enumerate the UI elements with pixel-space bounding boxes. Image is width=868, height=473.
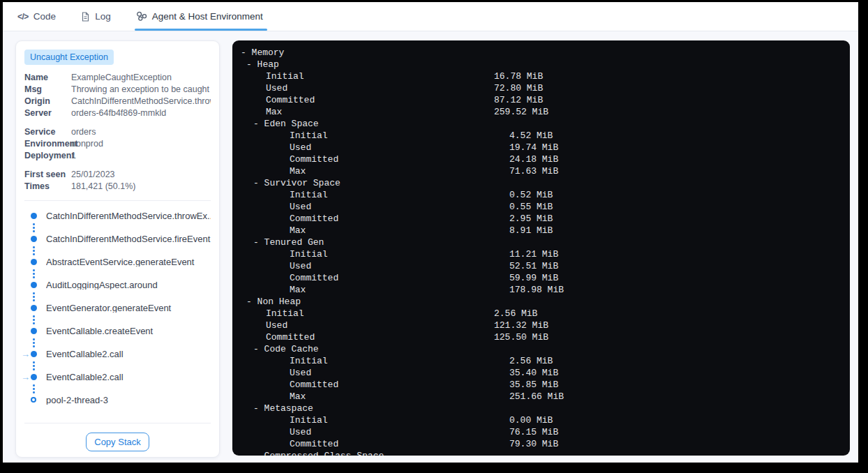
memory-row-value: 11.21 MiB [509, 248, 558, 260]
tab-bar: </>CodeLogAgent & Host Environment [3, 2, 858, 31]
stack-item[interactable]: →EventCallable2.call [29, 350, 211, 373]
tab-log[interactable]: Log [81, 2, 111, 31]
detail-value: 181,421 (50.1%) [71, 181, 211, 191]
stack-frame-label: CatchInDifferentMethodService.throwEx... [46, 211, 211, 220]
memory-row-label: Committed [290, 154, 338, 165]
exception-type-badge: Uncaught Exception [24, 50, 114, 65]
memory-row-label: Committed [290, 213, 338, 224]
memory-metric-row: Initial0.52 MiB [241, 189, 840, 201]
stack-connector [33, 315, 35, 324]
stack-item[interactable]: pool-2-thread-3 [29, 396, 211, 419]
memory-row-label: Initial [290, 130, 328, 141]
stack-item[interactable]: AuditLoggingAspect.around [29, 280, 211, 303]
memory-row-value: 8.91 MiB [509, 225, 553, 236]
detail-label: Times [24, 181, 71, 191]
stack-connector [33, 292, 35, 301]
exception-details: NameExampleCaughtExceptionMsgThrowing an… [24, 73, 211, 191]
stack-frame-label: AuditLoggingAspect.around [46, 280, 211, 290]
memory-row-label: Initial [290, 415, 328, 426]
stack-connector [33, 269, 35, 278]
stack-frame-label: EventCallable2.call [46, 350, 211, 359]
memory-row-label: Committed [290, 273, 338, 283]
memory-row-value: 125.50 MiB [494, 331, 548, 343]
memory-metric-row: Initial11.21 MiB [241, 248, 840, 260]
stack-item[interactable]: →EventCallable2.call [29, 373, 211, 396]
stack-item[interactable]: CatchInDifferentMethodService.throwEx... [29, 211, 211, 234]
memory-row-value: 76.15 MiB [509, 426, 558, 438]
memory-row-value: 121.32 MiB [494, 320, 548, 331]
memory-row-label: Max [290, 225, 306, 236]
memory-row-label: Max [290, 391, 306, 402]
stack-connector [33, 338, 35, 347]
memory-metric-row: Used52.51 MiB [241, 260, 840, 272]
memory-row-value: 35.85 MiB [509, 379, 558, 391]
memory-metric-row: Used121.32 MiB [241, 320, 840, 331]
memory-metric-row: Max251.66 MiB [241, 391, 840, 403]
memory-metric-row: Initial2.56 MiB [241, 308, 840, 320]
stack-frame-label: AbstractEventService.generateEvent [46, 257, 211, 266]
memory-row-label: - Compressed Class Space [253, 451, 384, 456]
stack-item[interactable]: EventGenerator.generateEvent [29, 303, 211, 326]
memory-group-row[interactable]: - Heap [241, 59, 840, 70]
memory-row-label: Used [290, 261, 311, 271]
memory-row-label: Used [290, 427, 311, 437]
memory-metric-row: Max8.91 MiB [241, 225, 840, 236]
memory-group-row[interactable]: - Tenured Gen [241, 236, 840, 248]
main-content: Uncaught Exception NameExampleCaughtExce… [3, 31, 858, 458]
memory-metric-row: Committed24.18 MiB [241, 153, 840, 165]
memory-group-row[interactable]: - Metaspace [241, 403, 840, 414]
memory-row-value: 0.52 MiB [509, 189, 553, 201]
stack-frame-label: EventGenerator.generateEvent [46, 303, 211, 313]
memory-row-value: 52.51 MiB [509, 260, 558, 272]
current-frame-arrow-icon: → [21, 373, 30, 382]
memory-row-label: Max [266, 107, 282, 117]
memory-group-row[interactable]: - Survivor Space [241, 177, 840, 189]
detail-label: Service [24, 127, 71, 137]
stack-item[interactable]: CatchInDifferentMethodService.fireEvent [29, 234, 211, 257]
memory-row-value: 35.40 MiB [509, 367, 558, 379]
memory-row-value: 72.80 MiB [494, 82, 543, 94]
detail-value: CatchInDifferentMethodService.throwExcep [71, 96, 211, 106]
memory-metric-row: Committed2.95 MiB [241, 213, 840, 225]
memory-group-row[interactable]: - Compressed Class Space [241, 450, 840, 456]
detail-label: Server [24, 108, 71, 118]
memory-row-value: 2.56 MiB [494, 308, 537, 320]
log-icon [81, 12, 90, 22]
memory-row-label: - Eden Space [253, 119, 319, 129]
stack-trace-list: CatchInDifferentMethodService.throwEx...… [29, 211, 211, 419]
copy-stack-button[interactable]: Copy Stack [86, 433, 149, 451]
detail-value: 25/01/2023 [71, 170, 211, 179]
memory-row-label: Initial [290, 356, 328, 366]
agent-icon [136, 11, 147, 22]
memory-group-row[interactable]: - Eden Space [241, 118, 840, 130]
memory-row-label: - Non Heap [246, 296, 301, 307]
detail-label: Environment [24, 139, 71, 149]
memory-metric-row: Initial4.52 MiB [241, 130, 840, 142]
detail-value: orders [71, 127, 211, 137]
stack-item[interactable]: EventCallable.createEvent [29, 326, 211, 350]
memory-tree-panel[interactable]: - Memory- HeapInitial16.78 MiBUsed72.80 … [232, 40, 850, 456]
memory-group-row[interactable]: - Non Heap [241, 296, 840, 308]
memory-metric-row: Used0.55 MiB [241, 201, 840, 213]
memory-metric-row: Used35.40 MiB [241, 367, 840, 379]
detail-group: NameExampleCaughtExceptionMsgThrowing an… [24, 73, 211, 118]
memory-row-value: 87.12 MiB [494, 94, 543, 106]
stack-item[interactable]: AbstractEventService.generateEvent [29, 257, 211, 280]
memory-row-label: Used [266, 320, 287, 331]
stack-frame-label: EventCallable.createEvent [46, 326, 211, 336]
stack-connector [33, 361, 35, 370]
exception-panel: Uncaught Exception NameExampleCaughtExce… [15, 40, 220, 458]
memory-metric-row: Used19.74 MiB [241, 142, 840, 153]
tab-code[interactable]: </>Code [17, 2, 56, 31]
memory-row-label: - Survivor Space [253, 178, 341, 188]
detail-value: 1 [71, 151, 211, 160]
detail-value: Throwing an exception to be caught by a … [71, 84, 211, 94]
tab-agent-host-environment[interactable]: Agent & Host Environment [136, 2, 263, 31]
stack-frame-label: pool-2-thread-3 [46, 396, 211, 405]
stack-connector [33, 384, 35, 393]
memory-row-label: Used [290, 142, 311, 153]
memory-group-row[interactable]: - Memory [241, 47, 840, 59]
current-frame-arrow-icon: → [21, 350, 30, 359]
memory-row-value: 4.52 MiB [509, 130, 553, 142]
memory-group-row[interactable]: - Code Cache [241, 343, 840, 355]
